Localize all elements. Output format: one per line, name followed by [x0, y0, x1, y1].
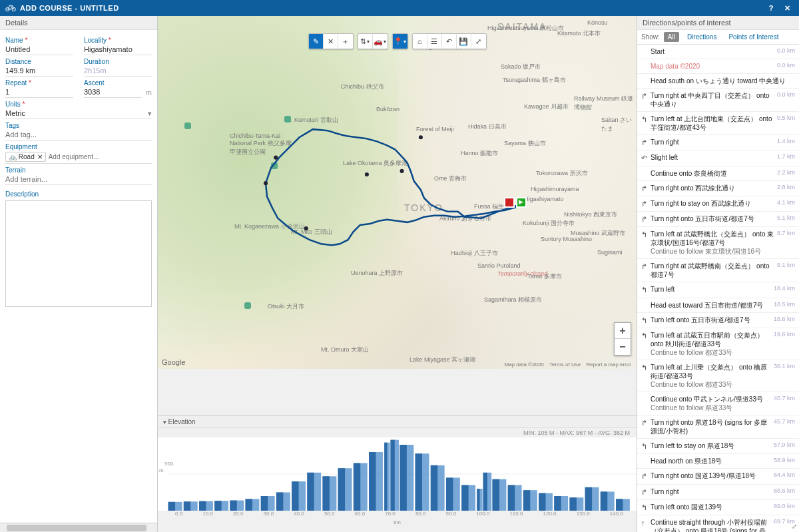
add-equipment-input[interactable]: [49, 153, 152, 160]
direction-item[interactable]: ↶Slight left1.7 km: [637, 150, 799, 166]
description-label: Description: [5, 190, 152, 198]
direction-item[interactable]: ↰Turn left at 武蔵五日市駅前（交差点） onto 秋川街道/都道3…: [637, 328, 799, 360]
expand-icon[interactable]: ⤢: [792, 523, 797, 530]
direction-item[interactable]: ↱Turn right1.4 km: [637, 135, 799, 150]
directions-header: Directions/points of interest: [637, 16, 799, 30]
start-marker[interactable]: [516, 197, 527, 208]
turn-arrow-icon: ↰: [641, 285, 651, 294]
zoom-out-button[interactable]: −: [615, 339, 631, 355]
save-tool[interactable]: 💾: [457, 34, 471, 49]
svg-point-4: [365, 172, 369, 176]
ascent-input[interactable]: [84, 87, 142, 98]
units-select[interactable]: Metric: [5, 108, 152, 119]
terrain-input[interactable]: [5, 174, 152, 185]
svg-rect-30: [322, 476, 329, 511]
direction-item[interactable]: Continue onto 甲武トンネル/県道33号Continue to fo…: [637, 392, 799, 415]
delete-tool[interactable]: ✕: [324, 34, 338, 49]
help-button[interactable]: ?: [764, 1, 778, 15]
direction-distance: 0.0 km: [777, 91, 795, 109]
direction-distance: 19.6 km: [774, 331, 795, 357]
direction-distance: 5.1 km: [777, 214, 795, 224]
close-button[interactable]: ✕: [780, 1, 794, 15]
svg-rect-56: [493, 479, 499, 511]
turn-arrow-icon: ↰: [641, 441, 651, 451]
direction-item[interactable]: ↰Turn left onto 五日市街道/都道7号18.6 km: [637, 313, 799, 328]
turn-arrow-icon: ↱: [641, 91, 651, 109]
turn-arrow-icon: ↱: [641, 184, 651, 193]
zoom-in-button[interactable]: +: [615, 323, 631, 339]
direction-item[interactable]: ↰Turn left onto 国道139号69.0 km: [637, 500, 799, 515]
edit-tool[interactable]: ✎: [309, 34, 324, 49]
direction-item[interactable]: Head east toward 五日市街道/都道7号18.5 km: [637, 298, 799, 313]
sidebar-h-scrollbar[interactable]: [0, 523, 157, 532]
terms-link[interactable]: Terms of Use: [549, 362, 581, 368]
direction-item[interactable]: ↰Turn left18.4 km: [637, 282, 799, 298]
description-textarea[interactable]: [5, 200, 152, 307]
direction-item[interactable]: ↱Turn right at 武蔵野橋南（交差点） onto 都道7号9.1 k…: [637, 259, 799, 282]
direction-text: Turn left onto 国道139号: [651, 503, 771, 512]
direction-item[interactable]: Start0.0 km: [637, 45, 799, 59]
direction-item[interactable]: ↱Turn right onto 五日市街道/都道7号5.1 km: [637, 212, 799, 227]
remove-tag-icon[interactable]: ✕: [37, 153, 43, 160]
bike-icon: [5, 4, 16, 12]
route-mode-tool[interactable]: ⇅▾: [358, 34, 373, 49]
terrain-label: Terrain: [5, 166, 152, 174]
direction-item[interactable]: ↰Turn left at 武蔵野橋北（交差点） onto 東京環状/国道16号…: [637, 227, 799, 259]
locality-input[interactable]: [84, 44, 152, 55]
svg-rect-32: [338, 468, 345, 511]
direction-item[interactable]: Head north on 県道18号58.9 km: [637, 454, 799, 469]
fullscreen-tool[interactable]: ⤢: [471, 34, 486, 49]
filter-directions[interactable]: Directions: [683, 32, 720, 42]
direction-text: Turn right at 中央四丁目（交差点） onto 中央通り: [651, 91, 774, 109]
svg-rect-10: [168, 502, 175, 511]
repeat-input[interactable]: [5, 87, 73, 98]
filter-poi[interactable]: Points of Interest: [724, 32, 782, 42]
direction-text: Turn right onto 県道18号 (signs for 多摩源流/小菅…: [651, 418, 771, 435]
svg-point-7: [274, 156, 278, 160]
direction-distance: 18.5 km: [774, 301, 795, 310]
turn-arrow-icon: ↶: [641, 153, 651, 162]
turn-arrow-icon: [641, 47, 651, 56]
equipment-tag-road[interactable]: 🚲 Road✕: [5, 152, 46, 162]
direction-item[interactable]: ↱Turn right68.6 km: [637, 485, 799, 500]
direction-item[interactable]: ↰Turn left at 上川乗（交差点） onto 檜原街道/都道33号Co…: [637, 360, 799, 392]
direction-item[interactable]: ↱Turn right onto 県道18号 (signs for 多摩源流/小…: [637, 415, 799, 439]
elevation-xaxis: 0.010.020.030.040.050.060.070.080.090.01…: [158, 511, 637, 519]
direction-item[interactable]: ↱Turn right onto 国道139号/県道18号64.4 km: [637, 469, 799, 484]
svg-rect-42: [400, 445, 406, 511]
repeat-label: Repeat *: [5, 79, 73, 87]
direction-item[interactable]: ↱Turn right to stay on 西武線北通り4.1 km: [637, 196, 799, 212]
add-tool[interactable]: ＋: [338, 34, 353, 49]
svg-rect-62: [539, 493, 545, 511]
direction-item[interactable]: ↱Turn right at 中央四丁目（交差点） onto 中央通り0.0 k…: [637, 89, 799, 112]
report-link[interactable]: Report a map error: [586, 362, 631, 368]
svg-rect-18: [230, 501, 236, 511]
direction-text: Turn right at 武蔵野橋南（交差点） onto 都道7号: [651, 262, 774, 279]
title-bar: ADD COURSE - UNTITLED ? ✕: [0, 0, 799, 16]
direction-item[interactable]: ↱Turn right onto 西武線北通り2.8 km: [637, 181, 799, 196]
direction-item[interactable]: Head south on いちょう通り toward 中央通り: [637, 74, 799, 89]
turn-arrow-icon: ↰: [641, 316, 651, 325]
undo-tool[interactable]: ↶: [442, 34, 457, 49]
end-marker[interactable]: [504, 197, 515, 208]
direction-item[interactable]: Map data ©20200.0 km: [637, 59, 799, 74]
direction-item[interactable]: ↰Turn left to stay on 県道18号57.0 km: [637, 439, 799, 454]
direction-item[interactable]: ↑Continue straight through 小菅村役場前（交差点） o…: [637, 515, 799, 532]
direction-text: Turn left to stay on 県道18号: [651, 441, 771, 451]
zoom-control: + −: [614, 322, 631, 356]
layers-tool[interactable]: ☰: [427, 34, 442, 49]
direction-item[interactable]: ↰Turn left at 上北台団地東（交差点） onto 芋窪街道/都道43…: [637, 112, 799, 135]
tags-input[interactable]: [5, 129, 152, 140]
details-header: Details: [0, 16, 157, 30]
home-tool[interactable]: ⌂: [413, 34, 427, 49]
direction-item[interactable]: Continue onto 奈良橋街道2.2 km: [637, 166, 799, 181]
svg-rect-52: [477, 489, 479, 511]
map-canvas[interactable]: SAITAMA TOKYO Higashimatsuyama 東松山市 Kita…: [158, 16, 637, 369]
name-input[interactable]: [5, 44, 73, 55]
filter-all[interactable]: All: [664, 32, 679, 42]
marker-tool[interactable]: 📍▾: [393, 34, 407, 49]
elevation-header[interactable]: Elevation: [158, 415, 637, 428]
vehicle-tool[interactable]: 🚗▾: [373, 34, 388, 49]
turn-arrow-icon: ↰: [641, 331, 651, 357]
direction-text: Turn left at 武蔵五日市駅前（交差点） onto 秋川街道/都道33…: [651, 331, 771, 357]
